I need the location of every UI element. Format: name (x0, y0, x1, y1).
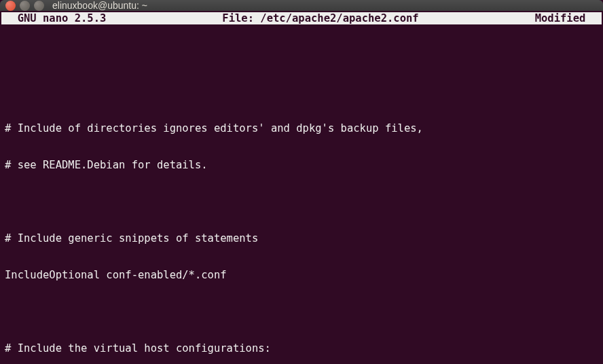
editor-line (5, 86, 598, 98)
editor-content[interactable]: # Include of directories ignores editors… (1, 24, 602, 364)
editor-line: # see README.Debian for details. (5, 159, 598, 171)
nano-header: GNU nano 2.5.3 File: /etc/apache2/apache… (1, 12, 602, 24)
nano-version: GNU nano 2.5.3 (5, 12, 106, 24)
editor-line (5, 49, 598, 61)
nano-status: Modified (535, 12, 598, 24)
window-title: elinuxbook@ubuntu: ~ (52, 0, 147, 11)
editor-line: IncludeOptional conf-enabled/*.conf (5, 269, 598, 281)
editor-line (5, 306, 598, 318)
maximize-icon[interactable] (34, 1, 44, 11)
titlebar: elinuxbook@ubuntu: ~ (0, 0, 603, 11)
nano-file: File: /etc/apache2/apache2.conf (106, 12, 534, 24)
window-controls (5, 1, 44, 11)
minimize-icon[interactable] (20, 1, 30, 11)
close-icon[interactable] (5, 1, 16, 11)
terminal-body[interactable]: GNU nano 2.5.3 File: /etc/apache2/apache… (0, 11, 603, 364)
terminal-window: elinuxbook@ubuntu: ~ GNU nano 2.5.3 File… (0, 0, 603, 364)
editor-line (5, 196, 598, 208)
editor-line: # Include the virtual host configuration… (5, 342, 598, 354)
editor-line: # Include generic snippets of statements (5, 232, 598, 244)
editor-line: # Include of directories ignores editors… (5, 122, 598, 134)
